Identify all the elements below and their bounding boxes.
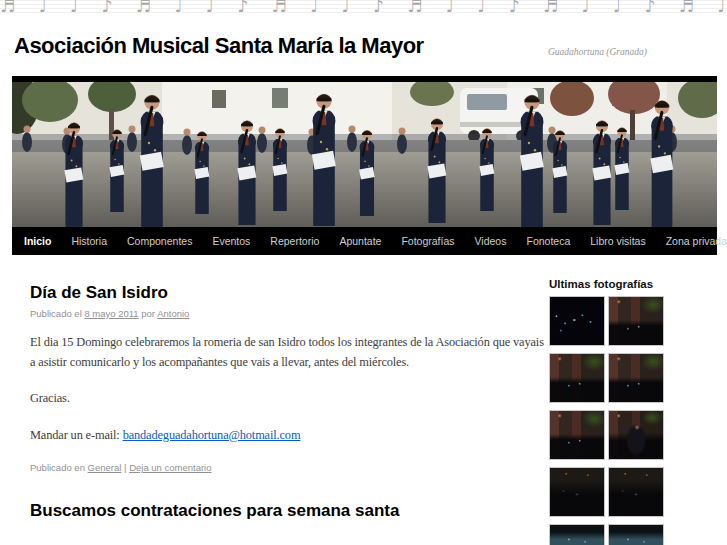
nav-item-zona-privada[interactable]: Zona privada bbox=[656, 235, 727, 247]
sidebar-heading-latest-photos: Ultimas fotografías bbox=[549, 278, 671, 290]
site-description: Guadahortuna (Granada) bbox=[548, 47, 647, 57]
nav-item-eventos[interactable]: Eventos bbox=[202, 235, 260, 247]
photo-thumbnail[interactable] bbox=[608, 296, 664, 346]
content-area: Día de San Isidro Publicado el 8 mayo 20… bbox=[30, 283, 545, 526]
nav-item-apuntate[interactable]: Apuntate bbox=[329, 235, 391, 247]
email-label: Mandar un e-mail: bbox=[30, 428, 120, 442]
photo-thumbnail[interactable] bbox=[608, 353, 664, 403]
nav-item-inicio[interactable]: Inicio bbox=[14, 235, 61, 247]
post-title: Día de San Isidro bbox=[30, 283, 545, 303]
main-navigation: Inicio Historia Componentes Eventos Repe… bbox=[12, 227, 717, 255]
post-buscamos-contrataciones: Buscamos contrataciones para semana sant… bbox=[30, 501, 545, 521]
photo-thumbnail[interactable] bbox=[608, 467, 664, 517]
meta-separator: | bbox=[124, 462, 126, 473]
photo-thumbnail[interactable] bbox=[549, 410, 605, 460]
post-meta: Publicado el 8 mayo 2011 por Antonio bbox=[30, 308, 545, 319]
header-photo-banner bbox=[12, 76, 717, 227]
photo-thumbnail[interactable] bbox=[549, 353, 605, 403]
nav-item-repertorio[interactable]: Repertorio bbox=[260, 235, 329, 247]
photo-thumbnail[interactable] bbox=[608, 524, 664, 545]
music-notes-glyphs: ♬ ♩ ♩ ♪ ♬ ♩ ♩ ♪ ♬ ♩ ♩ ♪ ♬ ♩ ♩ ♪ ♬ ♩ ♩ ♪ … bbox=[0, 0, 727, 18]
nav-item-fonoteca[interactable]: Fonoteca bbox=[516, 235, 580, 247]
nav-item-fotografias[interactable]: Fotografías bbox=[391, 235, 464, 247]
post-date-link[interactable]: 8 mayo 2011 bbox=[84, 308, 138, 319]
photo-thumbnail-grid bbox=[549, 296, 671, 545]
page: ♬ ♩ ♩ ♪ ♬ ♩ ♩ ♪ ♬ ♩ ♩ ♪ ♬ ♩ ♩ ♪ ♬ ♩ ♩ ♪ … bbox=[0, 0, 727, 545]
site-title-link[interactable]: Asociación Musical Santa María la Mayor bbox=[14, 33, 424, 58]
post-author-link[interactable]: Antonio bbox=[157, 308, 189, 319]
nav-item-libro-visitas[interactable]: Libro visitas bbox=[580, 235, 655, 247]
category-link[interactable]: General bbox=[88, 462, 122, 473]
photo-thumbnail[interactable] bbox=[549, 524, 605, 545]
post-body: El dia 15 Domingo celebraremos la romeri… bbox=[30, 333, 545, 445]
email-line: Mandar un e-mail: bandadeguadahortuna@ho… bbox=[30, 426, 545, 446]
marching-band-photo bbox=[12, 82, 717, 227]
post-paragraph: El dia 15 Domingo celebraremos la romeri… bbox=[30, 333, 545, 372]
sidebar: Ultimas fotografías bbox=[549, 278, 671, 545]
nav-item-videos[interactable]: Videos bbox=[465, 235, 517, 247]
music-notes-banner: ♬ ♩ ♩ ♪ ♬ ♩ ♩ ♪ ♬ ♩ ♩ ♪ ♬ ♩ ♩ ♪ ♬ ♩ ♩ ♪ … bbox=[0, 0, 727, 20]
post-title-link[interactable]: Día de San Isidro bbox=[30, 283, 168, 302]
meta-by: por bbox=[141, 308, 155, 319]
email-link[interactable]: bandadeguadahortuna@hotmail.com bbox=[123, 428, 301, 442]
photo-thumbnail[interactable] bbox=[549, 296, 605, 346]
meta-prefix: Publicado el bbox=[30, 308, 82, 319]
site-title: Asociación Musical Santa María la Mayor bbox=[14, 33, 424, 59]
leave-comment-link[interactable]: Deja un comentario bbox=[129, 462, 211, 473]
nav-item-historia[interactable]: Historia bbox=[61, 235, 117, 247]
post-paragraph: Gracias. bbox=[30, 389, 545, 409]
photo-thumbnail[interactable] bbox=[549, 467, 605, 517]
nav-item-componentes[interactable]: Componentes bbox=[117, 235, 202, 247]
post-footer-meta: Publicado en General | Deja un comentari… bbox=[30, 462, 545, 473]
footer-prefix: Publicado en bbox=[30, 462, 85, 473]
post-title-link[interactable]: Buscamos contrataciones para semana sant… bbox=[30, 501, 399, 520]
photo-thumbnail[interactable] bbox=[608, 410, 664, 460]
post-title: Buscamos contrataciones para semana sant… bbox=[30, 501, 545, 521]
post-dia-de-san-isidro: Día de San Isidro Publicado el 8 mayo 20… bbox=[30, 283, 545, 473]
